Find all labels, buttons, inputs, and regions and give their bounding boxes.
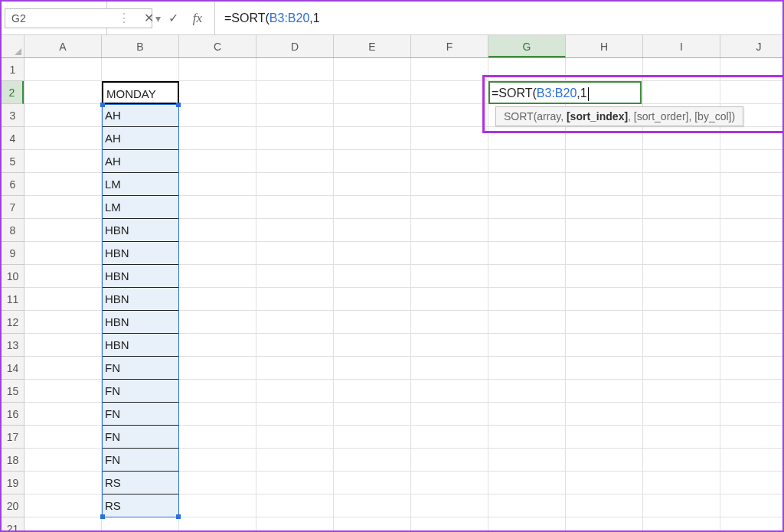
cell[interactable] bbox=[643, 472, 720, 494]
cell[interactable] bbox=[24, 472, 102, 494]
cell[interactable] bbox=[179, 58, 256, 81]
cell[interactable] bbox=[256, 127, 334, 150]
cell[interactable] bbox=[179, 494, 256, 517]
cell[interactable] bbox=[566, 58, 643, 81]
cell[interactable] bbox=[566, 127, 643, 150]
row-header-18[interactable]: 18 bbox=[2, 449, 24, 472]
cell[interactable] bbox=[24, 494, 102, 517]
cell[interactable] bbox=[179, 449, 256, 472]
cell[interactable] bbox=[720, 127, 782, 150]
cell[interactable] bbox=[643, 426, 720, 449]
cell[interactable] bbox=[179, 334, 256, 357]
table-cell[interactable]: HBN bbox=[102, 334, 179, 357]
cell[interactable] bbox=[24, 150, 102, 173]
row-header-10[interactable]: 10 bbox=[2, 265, 24, 288]
cell[interactable] bbox=[566, 403, 643, 426]
cell[interactable] bbox=[643, 150, 720, 173]
cell[interactable] bbox=[256, 494, 334, 517]
cell[interactable] bbox=[256, 173, 334, 196]
cell[interactable] bbox=[24, 196, 102, 219]
cell[interactable] bbox=[24, 219, 102, 242]
cell[interactable] bbox=[411, 449, 488, 472]
cell[interactable] bbox=[24, 403, 102, 426]
cell[interactable] bbox=[720, 472, 782, 494]
cell[interactable] bbox=[334, 449, 411, 472]
cell[interactable] bbox=[179, 380, 256, 403]
cell[interactable] bbox=[411, 242, 488, 265]
cell[interactable] bbox=[488, 150, 566, 173]
cell[interactable] bbox=[334, 517, 411, 532]
table-cell[interactable]: LM bbox=[102, 196, 179, 219]
cell[interactable] bbox=[334, 104, 411, 127]
cell[interactable] bbox=[179, 426, 256, 449]
cell[interactable] bbox=[643, 517, 720, 532]
cell[interactable] bbox=[256, 265, 334, 288]
cell[interactable] bbox=[24, 58, 102, 81]
cell[interactable] bbox=[411, 150, 488, 173]
cell[interactable] bbox=[488, 311, 566, 334]
cell[interactable] bbox=[334, 288, 411, 311]
table-cell[interactable]: FN bbox=[102, 403, 179, 426]
cell[interactable] bbox=[179, 357, 256, 380]
row-header-1[interactable]: 1 bbox=[2, 58, 24, 81]
row-header-3[interactable]: 3 bbox=[2, 104, 24, 127]
cell[interactable] bbox=[643, 196, 720, 219]
cell[interactable] bbox=[179, 81, 256, 104]
cell[interactable] bbox=[411, 219, 488, 242]
cell[interactable] bbox=[24, 173, 102, 196]
table-cell[interactable]: AH bbox=[102, 127, 179, 150]
table-cell[interactable]: HBN bbox=[102, 311, 179, 334]
cell[interactable] bbox=[643, 311, 720, 334]
cell[interactable] bbox=[179, 127, 256, 150]
cell[interactable] bbox=[256, 517, 334, 532]
col-header-g[interactable]: G bbox=[488, 35, 566, 57]
cell[interactable] bbox=[411, 127, 488, 150]
table-cell[interactable]: HBN bbox=[102, 242, 179, 265]
cell[interactable] bbox=[566, 334, 643, 357]
cell[interactable] bbox=[179, 403, 256, 426]
cell[interactable] bbox=[334, 150, 411, 173]
col-header-h[interactable]: H bbox=[566, 35, 643, 57]
cell[interactable] bbox=[566, 242, 643, 265]
cell[interactable] bbox=[488, 426, 566, 449]
row-header-13[interactable]: 13 bbox=[2, 334, 24, 357]
cell[interactable] bbox=[334, 472, 411, 494]
cell[interactable] bbox=[411, 472, 488, 494]
cell[interactable] bbox=[256, 357, 334, 380]
cell[interactable] bbox=[720, 288, 782, 311]
table-cell[interactable]: HBN bbox=[102, 288, 179, 311]
col-header-i[interactable]: I bbox=[643, 35, 720, 57]
cell[interactable] bbox=[334, 426, 411, 449]
cell[interactable] bbox=[334, 58, 411, 81]
cell[interactable] bbox=[334, 334, 411, 357]
cell[interactable] bbox=[24, 81, 102, 104]
cell[interactable] bbox=[256, 380, 334, 403]
cell[interactable] bbox=[256, 449, 334, 472]
cell[interactable] bbox=[411, 494, 488, 517]
cell[interactable] bbox=[488, 472, 566, 494]
table-cell[interactable]: FN bbox=[102, 380, 179, 403]
cell[interactable] bbox=[24, 449, 102, 472]
cell[interactable] bbox=[411, 81, 488, 104]
editing-cell[interactable]: =SORT(B3:B20,1 bbox=[488, 81, 642, 104]
cell[interactable] bbox=[566, 150, 643, 173]
cell[interactable] bbox=[256, 288, 334, 311]
cell[interactable] bbox=[488, 494, 566, 517]
table-cell[interactable]: HBN bbox=[102, 265, 179, 288]
table-cell[interactable]: AH bbox=[102, 104, 179, 127]
cell[interactable] bbox=[334, 403, 411, 426]
cell[interactable] bbox=[24, 311, 102, 334]
cell[interactable] bbox=[488, 58, 566, 81]
row-header-16[interactable]: 16 bbox=[2, 403, 24, 426]
row-header-19[interactable]: 19 bbox=[2, 472, 24, 494]
column-b-header-cell[interactable]: MONDAY bbox=[102, 81, 179, 104]
cell[interactable] bbox=[334, 173, 411, 196]
cell[interactable] bbox=[720, 81, 782, 104]
row-header-14[interactable]: 14 bbox=[2, 357, 24, 380]
col-header-e[interactable]: E bbox=[334, 35, 411, 57]
cell[interactable] bbox=[411, 334, 488, 357]
cell[interactable] bbox=[334, 380, 411, 403]
cell[interactable] bbox=[256, 311, 334, 334]
cell[interactable] bbox=[566, 311, 643, 334]
cell[interactable] bbox=[643, 334, 720, 357]
